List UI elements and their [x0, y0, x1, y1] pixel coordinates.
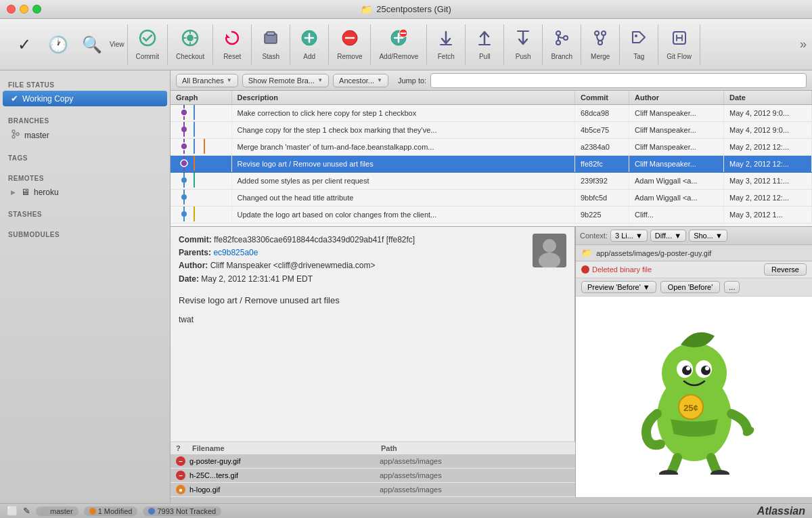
commit-description[interactable]: Merge branch 'master' of turn-and-face.b… — [231, 139, 575, 156]
diff-toolbar: Context: 3 Li... ▼ Diff... ▼ Sho... ▼ — [576, 227, 812, 245]
pull-label: Pull — [479, 53, 491, 60]
commit-author-cell: Cliff... — [629, 207, 724, 223]
svg-point-0 — [140, 30, 155, 45]
expand-icon: ▶ — [11, 189, 16, 196]
diff-more-button[interactable]: ... — [724, 281, 740, 293]
add-group: Add — [290, 24, 329, 65]
graph-cell — [171, 190, 231, 207]
commit-date-cell: May 3, 2012 1... — [724, 207, 812, 223]
remove-button[interactable]: Remove — [332, 26, 367, 63]
tag-label: Tag — [633, 53, 644, 60]
svg-point-21 — [12, 130, 15, 133]
context-text: 3 Li... — [615, 232, 633, 240]
maximize-button[interactable] — [32, 5, 41, 14]
pull-button[interactable]: Pull — [468, 26, 501, 63]
commit-hash-cell: 4b5ce75 — [575, 122, 629, 139]
git-flow-group: Git Flow — [658, 24, 700, 65]
minimize-button[interactable] — [20, 5, 28, 14]
tag-icon — [629, 28, 648, 50]
commit-table-container: Graph Description Commit Author Date Mak… — [171, 91, 812, 226]
svg-point-39 — [181, 177, 187, 183]
checkout-button[interactable]: Checkout — [171, 26, 210, 63]
not-tracked-dot-icon — [148, 508, 155, 515]
col-description: Description — [231, 91, 575, 105]
tag-button[interactable]: Tag — [623, 26, 655, 63]
commit-description[interactable]: Changed out the head title attribute — [231, 190, 575, 207]
jump-to-input[interactable] — [430, 73, 807, 88]
sidebar-item-heroku[interactable]: ▶ 🖥 heroku — [0, 184, 170, 200]
commit-description[interactable]: Update the logo art based on color chang… — [231, 207, 575, 223]
graph-cell — [171, 105, 231, 122]
file-list-section: ? Filename Path –g-poster-guy.gifapp/ass… — [171, 441, 575, 497]
svg-point-2 — [187, 35, 194, 41]
screen-icon[interactable]: ⬜ — [7, 506, 18, 516]
preview-dropdown[interactable]: Preview 'Before' ▼ — [581, 281, 656, 293]
branch-button[interactable]: Branch — [545, 26, 578, 63]
add-button[interactable]: Add — [293, 26, 325, 63]
fetch-button[interactable]: Fetch — [430, 26, 462, 63]
file-row[interactable]: –g-poster-guy.gifapp/assets/images — [171, 454, 575, 469]
merge-group: Merge — [581, 24, 620, 65]
commit-date-cell: May 3, 2012 11:... — [724, 173, 812, 190]
file-row[interactable]: –h-25C...ters.gifapp/assets/images — [171, 469, 575, 483]
open-before-button[interactable]: Open 'Before' — [660, 281, 721, 293]
merge-button[interactable]: Merge — [584, 26, 616, 63]
show-arrow-icon: ▼ — [715, 232, 723, 240]
commit-description[interactable]: Revise logo art / Remove unused art file… — [231, 156, 575, 173]
push-icon — [514, 28, 533, 50]
all-branches-dropdown[interactable]: All Branches ▼ — [176, 74, 238, 87]
reset-button[interactable]: Reset — [216, 26, 248, 63]
show-dropdown[interactable]: Sho... ▼ — [689, 230, 727, 242]
view-group: ✓ 🕐 🔍 View — [5, 24, 128, 65]
col-q: ? — [176, 444, 192, 452]
diff-panel: Context: 3 Li... ▼ Diff... ▼ Sho... ▼ — [575, 227, 812, 497]
close-button[interactable] — [7, 5, 16, 14]
file-row[interactable]: ●h-logo.gifapp/assets/images — [171, 483, 575, 497]
git-flow-label: Git Flow — [667, 53, 692, 60]
commit-description[interactable]: Added some styles as per client request — [231, 173, 575, 190]
context-dropdown[interactable]: 3 Li... ▼ — [610, 230, 648, 242]
add-remove-button[interactable]: Add/Remove — [374, 26, 424, 63]
show-remote-dropdown[interactable]: Show Remote Bra... ▼ — [242, 74, 329, 87]
view-checkmark-button[interactable]: ✓ — [8, 34, 41, 56]
file-list-header: ? Filename Path — [171, 441, 575, 454]
commit-author-cell: Adam Wiggall <a... — [629, 173, 724, 190]
parents-hash-link[interactable]: ec9b825a0e — [213, 248, 258, 257]
toolbar-expander[interactable]: » — [800, 37, 807, 51]
file-name: h-logo.gif — [189, 485, 380, 494]
checkout-group: Checkout — [168, 24, 213, 65]
stash-icon — [261, 28, 280, 50]
reset-group: Reset — [213, 24, 252, 65]
image-preview: 25¢ — [576, 297, 812, 497]
push-button[interactable]: Push — [507, 26, 539, 63]
svg-point-23 — [16, 133, 19, 135]
git-flow-button[interactable]: Git Flow — [661, 26, 697, 63]
branch-badge: master — [36, 506, 78, 516]
heroku-icon: 🖥 — [21, 187, 30, 197]
svg-point-14 — [556, 41, 560, 45]
file-folder-icon: 📁 — [581, 248, 592, 258]
col-path: Path — [381, 444, 570, 452]
branch-item-icon — [11, 129, 20, 141]
graph-cell — [171, 173, 231, 190]
view-clock-button[interactable]: 🕐 — [42, 34, 74, 56]
diff-type-dropdown[interactable]: Diff... ▼ — [650, 230, 686, 242]
sidebar-item-master[interactable]: master — [0, 127, 170, 144]
commit-description[interactable]: Make correction to click here copy for s… — [231, 105, 575, 122]
git-flow-icon — [670, 28, 689, 50]
commit-button[interactable]: Commit — [131, 26, 164, 63]
stash-label: Stash — [262, 53, 279, 60]
pencil-icon[interactable]: ✎ — [23, 506, 30, 516]
reverse-button[interactable]: Reverse — [764, 263, 807, 276]
col-filename: Filename — [192, 444, 381, 452]
parents-label: Parents: — [179, 248, 211, 257]
mascot-svg: 25¢ — [627, 319, 762, 475]
commit-author-cell: Cliff Manspeaker... — [629, 156, 724, 173]
ancestor-dropdown[interactable]: Ancestor... ▼ — [333, 74, 388, 87]
sidebar-item-working-copy[interactable]: ✔ Working Copy — [3, 91, 167, 106]
view-search-button[interactable]: 🔍 — [76, 34, 108, 56]
fetch-group: Fetch — [427, 24, 466, 65]
commit-description[interactable]: Change copy for the step 1 check box mar… — [231, 122, 575, 139]
stash-button[interactable]: Stash — [254, 26, 287, 63]
svg-point-44 — [181, 211, 187, 217]
